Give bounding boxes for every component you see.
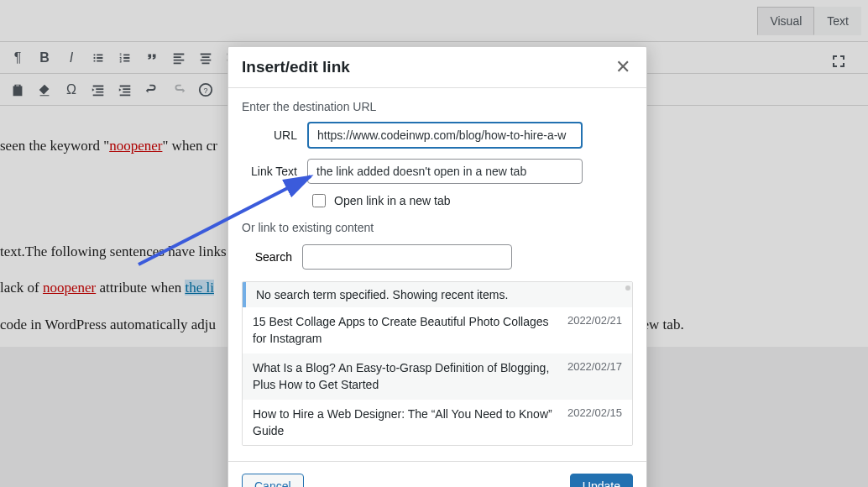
close-icon[interactable]: ✕ — [613, 57, 633, 77]
url-input[interactable] — [307, 122, 583, 149]
result-title: 15 Best Collage Apps to Create Beautiful… — [253, 314, 557, 347]
results-header: No search term specified. Showing recent… — [243, 282, 632, 307]
search-label: Search — [242, 250, 302, 264]
scrollbar-icon — [625, 285, 630, 291]
results-list: No search term specified. Showing recent… — [242, 281, 633, 446]
newtab-label: Open link in a new tab — [334, 194, 451, 207]
search-input[interactable] — [302, 244, 512, 270]
url-label: URL — [242, 128, 307, 142]
result-item[interactable]: How to Hire a Web Designer: The “All You… — [243, 400, 632, 446]
result-date: 2022/02/17 — [567, 360, 622, 373]
update-button[interactable]: Update — [570, 474, 633, 487]
result-item[interactable]: 15 Best Collage Apps to Create Beautiful… — [243, 307, 632, 353]
insert-link-modal: Insert/edit link ✕ Enter the destination… — [227, 46, 647, 487]
modal-header: Insert/edit link ✕ — [228, 47, 646, 88]
enter-url-heading: Enter the destination URL — [242, 100, 633, 113]
or-link-heading: Or link to existing content — [242, 221, 633, 234]
result-title: How to Hire a Web Designer: The “All You… — [253, 406, 557, 439]
modal-footer: Cancel Update — [228, 461, 646, 487]
result-date: 2022/02/15 — [567, 406, 622, 419]
result-date: 2022/02/21 — [567, 314, 622, 327]
result-item[interactable]: What Is a Blog? An Easy-to-Grasp Definit… — [243, 353, 632, 400]
result-title: What Is a Blog? An Easy-to-Grasp Definit… — [253, 360, 557, 393]
cancel-button[interactable]: Cancel — [242, 474, 304, 487]
newtab-checkbox[interactable] — [312, 194, 326, 207]
modal-title: Insert/edit link — [242, 58, 350, 76]
linktext-label: Link Text — [242, 165, 307, 178]
linktext-input[interactable] — [307, 159, 583, 184]
